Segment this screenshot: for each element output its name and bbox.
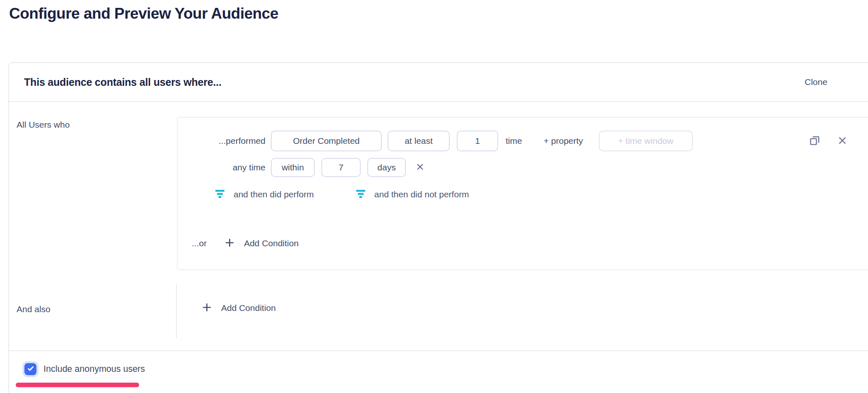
count-unit-label: time [506, 136, 522, 146]
include-anonymous-row: Include anonymous users [24, 363, 145, 375]
condition-card: ...performed Order Completed at least ti… [177, 117, 868, 270]
condition-row-actions [809, 135, 847, 147]
add-condition-label: Add Condition [244, 238, 299, 248]
time-window-button[interactable]: + time window [599, 131, 693, 151]
add-and-condition-button[interactable]: Add Condition [202, 303, 276, 313]
and-then-did-not-perform-link[interactable]: and then did not perform [356, 189, 469, 200]
panel-header: This audience contains all users where..… [9, 63, 868, 102]
footer-divider [8, 350, 868, 351]
performed-label: ...performed [178, 136, 265, 146]
event-count-input[interactable] [457, 131, 498, 151]
and-then-did-not-perform-label: and then did not perform [374, 189, 469, 199]
checkmark-icon [27, 365, 34, 374]
duplicate-icon [809, 135, 820, 147]
audience-panel: This audience contains all users where..… [8, 62, 868, 393]
time-range-select-button[interactable]: within [271, 158, 315, 177]
funnel-filter-icon [356, 189, 366, 200]
add-condition-label: Add Condition [221, 303, 276, 313]
condition-row-performed: ...performed Order Completed at least ti… [178, 131, 868, 151]
clone-button[interactable]: Clone [805, 77, 827, 87]
or-label: ...or [192, 238, 207, 248]
or-add-condition-row: ...or Add Condition [178, 236, 299, 251]
any-time-label: any time [178, 163, 265, 172]
all-users-who-label: All Users who [17, 120, 70, 130]
audience-configure-page: Configure and Preview Your Audience This… [0, 0, 868, 393]
add-property-link[interactable]: + property [544, 136, 583, 146]
close-icon [416, 163, 424, 172]
operator-select-button[interactable]: at least [388, 131, 450, 151]
and-also-label: And also [17, 304, 51, 314]
pink-highlight-underline [16, 383, 139, 387]
duplicate-condition-button[interactable] [809, 135, 820, 147]
include-anonymous-checkbox[interactable] [24, 363, 36, 375]
condition-row-time: any time within days [178, 158, 424, 177]
plus-icon [225, 238, 234, 249]
funnel-links-row: and then did perform and then did not pe… [215, 188, 469, 201]
plus-icon [202, 303, 212, 313]
funnel-filter-icon [215, 189, 225, 200]
page-title: Configure and Preview Your Audience [9, 5, 278, 22]
event-select-button[interactable]: Order Completed [271, 131, 382, 151]
and-also-divider [176, 285, 177, 339]
add-or-condition-button[interactable]: Add Condition [225, 238, 299, 249]
remove-condition-button[interactable] [838, 136, 847, 146]
time-value-input[interactable] [321, 158, 361, 177]
close-icon [838, 136, 847, 146]
remove-time-window-button[interactable] [416, 163, 424, 172]
and-then-did-perform-label: and then did perform [234, 189, 314, 199]
and-then-did-perform-link[interactable]: and then did perform [215, 189, 314, 200]
time-unit-select-button[interactable]: days [367, 158, 406, 177]
panel-header-title: This audience contains all users where..… [24, 76, 222, 88]
include-anonymous-label: Include anonymous users [43, 364, 145, 374]
